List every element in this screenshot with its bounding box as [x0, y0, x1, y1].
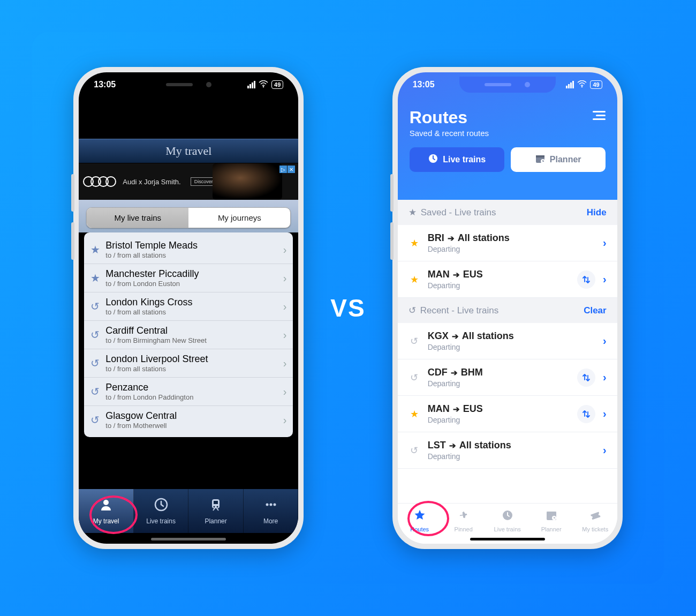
history-icon: ↺	[90, 357, 105, 370]
phone-modern: 13:05 49 Routes Saved & recent routes	[392, 67, 623, 549]
status-time: 13:05	[413, 80, 435, 89]
arrow-icon: ➔	[448, 234, 455, 243]
tab-planner[interactable]: Planner	[511, 147, 606, 172]
page-title: Routes	[410, 108, 606, 127]
station-name: London Liverpool Street	[105, 354, 283, 365]
section-recent: ↺ Recent - Live trains Clear	[398, 298, 617, 323]
swap-button[interactable]	[577, 271, 595, 289]
from-code: KGX	[428, 330, 449, 342]
adchoices-icon[interactable]: ▷✕	[279, 166, 295, 173]
route-item[interactable]: ★MAN➔EUSDeparting›	[398, 396, 617, 432]
tab-label: More	[263, 517, 278, 525]
star-icon: ★	[408, 408, 420, 420]
comparison-stage: 13:05 49 My travel Audi x Jorja Smith. D…	[32, 32, 664, 584]
history-icon: ↺	[408, 445, 420, 456]
to-code: EUS	[463, 269, 483, 280]
swap-button[interactable]	[577, 369, 595, 387]
tab-my-tickets[interactable]: My tickets	[573, 504, 617, 538]
station-name: Penzance	[105, 382, 283, 393]
station-sub: to / from Birmingham New Street	[105, 336, 283, 344]
home-indicator[interactable]	[470, 538, 545, 540]
route-item[interactable]: ↺KGX➔All stationsDeparting›	[398, 323, 617, 359]
notch	[459, 77, 556, 93]
from-code: BRI	[428, 232, 444, 244]
tab-label: My travel	[93, 517, 119, 525]
list-item[interactable]: ★ Bristol Temple Meads to / from all sta…	[84, 236, 293, 264]
chevron-right-icon: ›	[283, 386, 287, 398]
list-item[interactable]: ↺ London Liverpool Street to / from all …	[84, 349, 293, 378]
tab-live-trains[interactable]: Live trains	[134, 489, 189, 533]
tab-label: Pinned	[455, 526, 473, 532]
tab-more[interactable]: More	[244, 489, 299, 533]
tab-live-trains[interactable]: Live trains	[486, 504, 529, 538]
tab-label: Planner	[541, 526, 562, 532]
list-item[interactable]: ↺ Cardiff Central to / from Birmingham N…	[84, 321, 293, 349]
from-code: MAN	[428, 403, 450, 415]
swap-button[interactable]	[577, 405, 595, 423]
clock-icon	[154, 498, 168, 515]
calendar-icon	[535, 153, 546, 166]
phone-legacy: 13:05 49 My travel Audi x Jorja Smith. D…	[73, 67, 304, 549]
tab-my-travel[interactable]: My travel	[79, 489, 134, 533]
section-label: Recent - Live trains	[420, 305, 498, 316]
station-sub: to / from Motherwell	[105, 422, 283, 430]
tab-routes[interactable]: Routes	[398, 504, 442, 538]
route-item[interactable]: ↺CDF➔BHMDeparting›	[398, 359, 617, 396]
star-icon: ★	[408, 237, 420, 249]
tab-planner[interactable]: Planner	[188, 489, 244, 533]
from-code: CDF	[428, 367, 448, 378]
tab-label: Live trains	[146, 517, 176, 525]
tab-label: Routes	[410, 526, 429, 532]
battery-icon: 49	[590, 80, 602, 89]
home-indicator[interactable]	[151, 538, 226, 540]
star-icon	[414, 509, 426, 524]
tab-label: Planner	[205, 517, 226, 525]
tab-my-journeys[interactable]: My journeys	[188, 208, 290, 228]
arrow-icon: ➔	[451, 368, 458, 378]
tab-planner[interactable]: Planner	[529, 504, 573, 538]
arrow-icon: ➔	[449, 441, 456, 450]
ad-image	[213, 163, 282, 200]
chevron-right-icon: ›	[283, 357, 287, 370]
route-item[interactable]: ★MAN➔EUSDeparting›	[398, 261, 617, 298]
station-name: Cardiff Central	[105, 325, 283, 336]
recent-list: ↺KGX➔All stationsDeparting›↺CDF➔BHMDepar…	[398, 323, 617, 469]
list-item[interactable]: ★ Manchester Piccadilly to / from London…	[84, 264, 293, 292]
tab-label: Live trains	[443, 155, 486, 164]
list-item[interactable]: ↺ London Kings Cross to / from all stati…	[84, 292, 293, 321]
status-time: 13:05	[94, 80, 116, 89]
to-code: All stations	[459, 440, 511, 451]
ad-text: Audi x Jorja Smith.	[123, 178, 180, 186]
list-item[interactable]: ↺ Penzance to / from London Paddington ›	[84, 378, 293, 406]
train-icon	[209, 498, 223, 515]
menu-icon[interactable]	[593, 111, 606, 120]
station-sub: to / from all stations	[105, 251, 283, 259]
tab-pinned[interactable]: Pinned	[442, 504, 486, 538]
station-sub: to / from London Paddington	[105, 393, 283, 401]
route-item[interactable]: ★BRI➔All stationsDeparting›	[398, 225, 617, 261]
ad-banner[interactable]: Audi x Jorja Smith. Discover more ▷✕	[79, 163, 298, 200]
history-icon: ↺	[408, 372, 420, 384]
svg-point-1	[103, 500, 109, 505]
clock-icon	[428, 153, 438, 166]
tab-my-live-trains[interactable]: My live trains	[87, 208, 188, 228]
chevron-right-icon: ›	[603, 371, 607, 384]
station-name: Manchester Piccadilly	[105, 268, 283, 280]
tab-bar: My travel Live trains Planner More	[79, 489, 298, 533]
vs-label: VS	[330, 294, 365, 322]
history-icon: ↺	[90, 300, 105, 313]
station-sub: to / from all stations	[105, 365, 283, 373]
stations-list: ★ Bristol Temple Meads to / from all sta…	[84, 232, 293, 437]
route-item[interactable]: ↺LST➔All stationsDeparting›	[398, 432, 617, 469]
to-code: All stations	[462, 330, 514, 342]
list-item[interactable]: ↺ Glasgow Central to / from Motherwell ›	[84, 406, 293, 434]
star-icon: ★	[408, 207, 417, 218]
clear-button[interactable]: Clear	[584, 305, 607, 316]
calendar-icon	[546, 509, 557, 524]
chevron-right-icon: ›	[603, 335, 607, 347]
saved-list: ★BRI➔All stationsDeparting›★MAN➔EUSDepar…	[398, 225, 617, 298]
signal-icon	[566, 81, 574, 88]
tab-live-trains[interactable]: Live trains	[410, 147, 504, 172]
hide-button[interactable]: Hide	[587, 207, 607, 218]
route-sub: Departing	[428, 452, 595, 461]
